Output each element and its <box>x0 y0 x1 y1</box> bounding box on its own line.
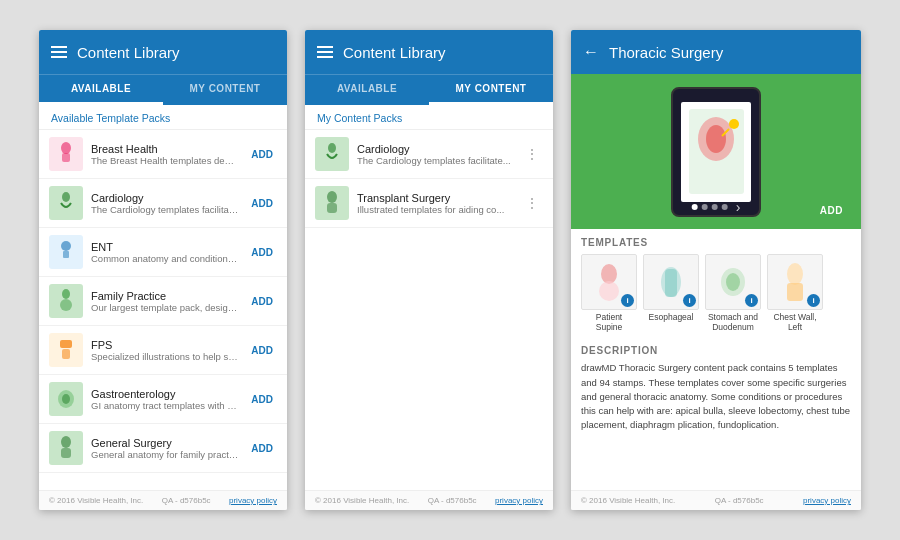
item-text: Breast Health The Breast Health template… <box>91 143 239 166</box>
hero-dot[interactable] <box>712 204 718 210</box>
description-title: DESCRIPTION <box>581 345 851 356</box>
hero-dot[interactable] <box>702 204 708 210</box>
item-text: ENT Common anatomy and conditions t... <box>91 241 239 264</box>
add-button-2[interactable]: ADD <box>247 245 277 260</box>
footer-3: © 2016 Visible Health, Inc. QA - d576b5c… <box>571 490 861 510</box>
add-button-3[interactable]: ADD <box>247 294 277 309</box>
thumb-img-0: i <box>581 254 637 310</box>
more-button-1[interactable]: ⋮ <box>521 193 543 213</box>
section-label-2: My Content Packs <box>305 105 553 130</box>
footer-2: © 2016 Visible Health, Inc. QA - d576b5c… <box>305 490 553 510</box>
list-item[interactable]: General Surgery General anatomy for fami… <box>39 424 287 473</box>
svg-rect-8 <box>62 349 70 359</box>
item-text: Family Practice Our largest template pac… <box>91 290 239 313</box>
header-title-2: Content Library <box>343 44 446 61</box>
svg-rect-12 <box>61 448 71 458</box>
template-thumb-1[interactable]: i Esophageal <box>643 254 699 332</box>
svg-rect-1 <box>62 153 70 162</box>
hero-device-screen <box>681 102 751 202</box>
add-button-6[interactable]: ADD <box>247 441 277 456</box>
more-button-0[interactable]: ⋮ <box>521 144 543 164</box>
hero-next-arrow[interactable]: › <box>736 199 741 215</box>
header-2: Content Library <box>305 30 553 74</box>
footer-privacy-2[interactable]: privacy policy <box>495 496 543 505</box>
hero-dot[interactable] <box>692 204 698 210</box>
templates-row: i PatientSupine i Esophageal <box>581 254 851 332</box>
hero-area: › ADD <box>571 74 861 229</box>
svg-rect-26 <box>665 269 677 297</box>
svg-point-18 <box>706 125 726 153</box>
svg-point-31 <box>787 263 803 285</box>
item-text: Transplant Surgery Illustrated templates… <box>357 192 513 215</box>
header-title-3: Thoracic Surgery <box>609 44 723 61</box>
tabs-row-1: AVAILABLE MY CONTENT <box>39 74 287 105</box>
screen-detail: ← Thoracic Surgery <box>571 30 861 510</box>
tabs-row-2: AVAILABLE MY CONTENT <box>305 74 553 105</box>
svg-point-6 <box>60 299 72 311</box>
description-section: DESCRIPTION drawMD Thoracic Surgery cont… <box>571 337 861 490</box>
item-icon <box>315 186 349 220</box>
list-item[interactable]: ENT Common anatomy and conditions t... A… <box>39 228 287 277</box>
list-item[interactable]: Transplant Surgery Illustrated templates… <box>305 179 553 228</box>
template-thumb-2[interactable]: i Stomach andDuodenum <box>705 254 761 332</box>
footer-privacy-1[interactable]: privacy policy <box>229 496 277 505</box>
hamburger-icon-2[interactable] <box>317 46 333 58</box>
templates-title: TEMPLATES <box>581 237 851 248</box>
thumb-label-1: Esophageal <box>649 312 694 322</box>
footer-copyright-1: © 2016 Visible Health, Inc. <box>49 496 143 505</box>
add-button-0[interactable]: ADD <box>247 147 277 162</box>
info-badge[interactable]: i <box>621 294 634 307</box>
tab-available-2[interactable]: AVAILABLE <box>305 75 429 105</box>
hero-dot[interactable] <box>722 204 728 210</box>
description-text: drawMD Thoracic Surgery content pack con… <box>581 361 851 432</box>
add-button-5[interactable]: ADD <box>247 392 277 407</box>
footer-qa-1: QA - d576b5c <box>162 496 211 505</box>
add-button-4[interactable]: ADD <box>247 343 277 358</box>
thumb-label-0: PatientSupine <box>596 312 622 332</box>
template-thumb-0[interactable]: i PatientSupine <box>581 254 637 332</box>
svg-point-3 <box>61 241 71 251</box>
tab-available-1[interactable]: AVAILABLE <box>39 75 163 105</box>
svg-point-19 <box>729 119 739 129</box>
svg-point-5 <box>62 289 70 299</box>
svg-rect-32 <box>787 283 803 301</box>
tab-mycontent-1[interactable]: MY CONTENT <box>163 75 287 105</box>
list-item[interactable]: Cardiology The Cardiology templates faci… <box>39 179 287 228</box>
svg-point-10 <box>62 394 70 404</box>
footer-qa-2: QA - d576b5c <box>428 496 477 505</box>
footer-copyright-3: © 2016 Visible Health, Inc. <box>581 496 675 505</box>
list-item[interactable]: Breast Health The Breast Health template… <box>39 130 287 179</box>
back-arrow-icon[interactable]: ← <box>583 43 599 61</box>
svg-point-0 <box>61 142 71 154</box>
screen-mycontent: Content Library AVAILABLE MY CONTENT My … <box>305 30 553 510</box>
footer-copyright-2: © 2016 Visible Health, Inc. <box>315 496 409 505</box>
add-hero-button[interactable]: ADD <box>810 200 853 221</box>
screens-container: Content Library AVAILABLE MY CONTENT Ava… <box>19 10 881 530</box>
list-item[interactable]: Gastroenterology GI anatomy tract templa… <box>39 375 287 424</box>
item-icon <box>49 284 83 318</box>
svg-point-2 <box>62 192 70 202</box>
hamburger-icon-1[interactable] <box>51 46 67 58</box>
footer-privacy-3[interactable]: privacy policy <box>803 496 851 505</box>
svg-point-14 <box>327 191 337 203</box>
tab-mycontent-2[interactable]: MY CONTENT <box>429 75 553 105</box>
info-badge[interactable]: i <box>683 294 696 307</box>
footer-1: © 2016 Visible Health, Inc. QA - d576b5c… <box>39 490 287 510</box>
info-badge[interactable]: i <box>807 294 820 307</box>
item-icon <box>49 382 83 416</box>
thumb-img-2: i <box>705 254 761 310</box>
svg-point-11 <box>61 436 71 448</box>
item-icon <box>49 186 83 220</box>
thumb-img-3: i <box>767 254 823 310</box>
item-text: General Surgery General anatomy for fami… <box>91 437 239 460</box>
list-item[interactable]: Family Practice Our largest template pac… <box>39 277 287 326</box>
info-badge[interactable]: i <box>745 294 758 307</box>
list-item[interactable]: Cardiology The Cardiology templates faci… <box>305 130 553 179</box>
hero-device <box>671 87 761 217</box>
svg-rect-4 <box>63 251 69 258</box>
item-text: Cardiology The Cardiology templates faci… <box>91 192 239 215</box>
list-item[interactable]: FPS Specialized illustrations to help su… <box>39 326 287 375</box>
svg-point-29 <box>726 273 740 291</box>
template-thumb-3[interactable]: i Chest Wall,Left <box>767 254 823 332</box>
add-button-1[interactable]: ADD <box>247 196 277 211</box>
